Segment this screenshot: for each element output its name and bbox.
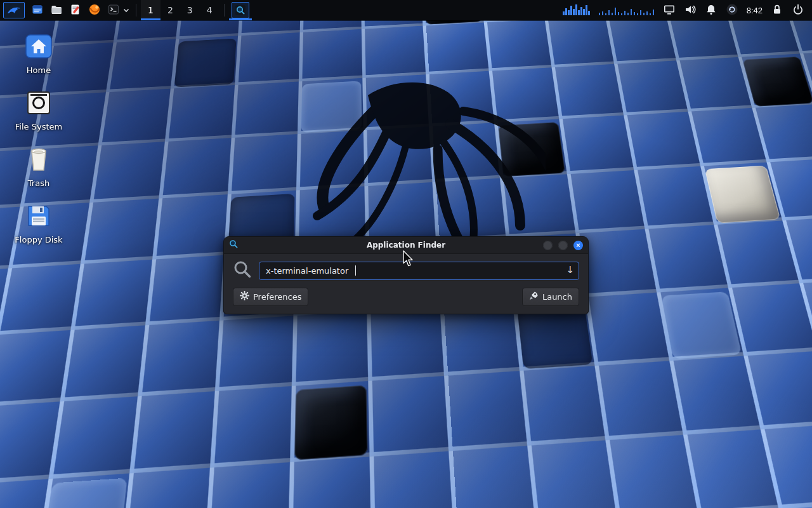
volume-icon: [684, 3, 697, 18]
system-monitor-graph[interactable]: [598, 3, 656, 18]
logout-tray-button[interactable]: [790, 0, 806, 20]
search-icon: [233, 260, 252, 281]
folder-icon: [50, 3, 63, 18]
search-input[interactable]: x-terminal-emulator ↓: [259, 262, 579, 280]
kali-dragon-icon: [3, 2, 25, 18]
system-tray: 8:42: [563, 0, 812, 20]
clock[interactable]: 8:42: [745, 0, 764, 20]
desktop-icon-trash[interactable]: Trash: [11, 146, 66, 189]
window-icon: [31, 3, 44, 18]
firefox-icon: [88, 3, 101, 18]
dialog-title: Application Finder: [224, 241, 588, 250]
desktop-icon-label: Floppy Disk: [15, 236, 62, 245]
volume-tray-button[interactable]: [683, 0, 698, 20]
firefox-launcher[interactable]: [85, 0, 104, 20]
lock-screen-tray-button[interactable]: [769, 0, 785, 20]
close-button[interactable]: ×: [573, 241, 583, 250]
bell-icon: [705, 3, 717, 18]
home-folder-icon: [24, 33, 53, 62]
launch-icon: [529, 291, 539, 302]
mouse-cursor: [402, 250, 415, 268]
desktop-icon-column: Home File System Trash: [11, 33, 66, 259]
display-settings-tray-button[interactable]: [662, 0, 677, 20]
minimize-button[interactable]: [543, 241, 553, 250]
desktop-icon-label: Trash: [28, 179, 49, 189]
application-finder-window: Application Finder × x-terminal-emulator…: [223, 236, 589, 314]
taskbar-window-application-finder[interactable]: [229, 0, 252, 20]
preferences-button[interactable]: Preferences: [233, 288, 308, 306]
panel-separator: [224, 4, 225, 17]
workspace-button-3[interactable]: 3: [180, 0, 200, 20]
file-system-icon: [24, 90, 53, 119]
combo-dropdown-arrow[interactable]: ↓: [566, 265, 574, 275]
trash-icon: [24, 146, 53, 175]
preferences-button-label: Preferences: [253, 292, 301, 302]
lock-icon: [771, 3, 783, 18]
maximize-button[interactable]: [558, 241, 568, 250]
launch-button-label: Launch: [542, 292, 572, 302]
files-launcher[interactable]: [47, 0, 66, 20]
launch-button[interactable]: Launch: [522, 288, 579, 306]
terminal-launcher[interactable]: [104, 0, 123, 20]
terminal-dropdown-arrow[interactable]: [123, 0, 131, 20]
document-edit-icon: [69, 3, 82, 18]
update-icon: [726, 3, 738, 18]
desktop-icon-file-system[interactable]: File System: [11, 90, 66, 132]
floppy-disk-icon: [24, 203, 53, 232]
gear-icon: [240, 291, 249, 302]
desktop-icon-floppy-disk[interactable]: Floppy Disk: [11, 203, 66, 245]
desktop-icon-home[interactable]: Home: [11, 33, 66, 76]
desktop-icon-label: File System: [15, 123, 62, 132]
desktop-icon-label: Home: [27, 66, 51, 76]
workspace-button-1[interactable]: 1: [141, 0, 160, 20]
workspace-button-2[interactable]: 2: [160, 0, 180, 20]
display-icon: [663, 3, 676, 18]
panel-separator: [136, 4, 136, 17]
top-panel: 1 2 3 4: [0, 0, 812, 20]
search-input-value: x-terminal-emulator: [266, 266, 348, 276]
notifications-tray-button[interactable]: [704, 0, 719, 20]
file-manager-launcher[interactable]: [28, 0, 47, 20]
app-finder-icon: [232, 2, 249, 18]
panel-spacer: [252, 0, 563, 20]
terminal-icon: [107, 3, 120, 18]
kali-menu-button[interactable]: [0, 0, 28, 20]
workspace-button-4[interactable]: 4: [200, 0, 219, 20]
updates-tray-button[interactable]: [724, 0, 740, 20]
text-caret: [355, 265, 356, 276]
app-finder-window-icon: [229, 239, 239, 251]
power-icon: [792, 3, 804, 18]
network-monitor-graph[interactable]: [563, 3, 592, 18]
text-editor-launcher[interactable]: [66, 0, 85, 20]
